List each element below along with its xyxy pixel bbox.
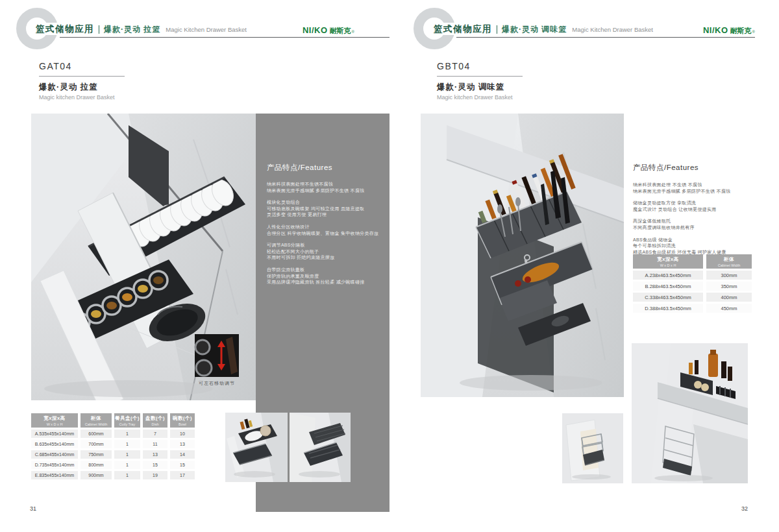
table-cell: 350mm bbox=[706, 282, 752, 291]
features-panel-right: 产品特点/Features 纳米科技表面处理 不生锈 不腐蚀 纳米表面光滑手感细… bbox=[633, 163, 763, 261]
feature-group: 高深盒体低矮瓶托 不同高度调味瓶收纳井然有序 bbox=[633, 218, 763, 230]
table-cell: 15 bbox=[170, 461, 195, 469]
feature-group: 纳米科技表面处理不生锈不腐蚀 纳米表面光滑手感细腻 多层防护不生锈 不腐蚀 bbox=[267, 181, 384, 193]
table-cell: 11 bbox=[143, 440, 167, 448]
header-subtitle-en: Magic Kitchen Drawer Basket bbox=[572, 26, 653, 33]
feature-group: 储物盒灵动提取方便 拿取清洗 魔盒式设计 灵动组合 让收纳更便捷实用 bbox=[633, 200, 763, 212]
brand-logo-cn: 耐斯克 bbox=[330, 26, 351, 36]
feature-group: 人性化分区收纳设计 合理分区 科学收纳碗碟架、置物盒 集中收纳分类存放 bbox=[267, 224, 384, 236]
table-cell: 1 bbox=[114, 429, 140, 438]
header-rule bbox=[456, 37, 755, 38]
feature-group: ABS食品级 储物盒 每个可单独拆卸清洗 精选ABS食品级材质 环保无毒 呵护家… bbox=[633, 237, 763, 256]
features-title: 产品特点/Features bbox=[633, 163, 763, 173]
page-number-left: 31 bbox=[30, 505, 36, 512]
table-cell: 750mm bbox=[80, 450, 112, 459]
spice-basket-photo bbox=[421, 114, 624, 397]
feature-group: 模块化灵动组合 可移动底板及碗碟架 均可独立使用 且随意提取 灵活多变 使用方便… bbox=[267, 199, 384, 218]
table-header: 餐具盒(个)Cutly Tray bbox=[114, 413, 140, 428]
table-cell: 1 bbox=[114, 471, 140, 479]
table-cell: 17 bbox=[170, 471, 195, 479]
table-header: 盘数(个)Dish bbox=[143, 413, 167, 428]
table-cell: 600mm bbox=[80, 429, 112, 438]
table-cell: 1 bbox=[114, 461, 140, 469]
brand-logo: NI/KO 耐斯克 ® bbox=[684, 25, 755, 36]
category-title: 篮式储物应用 bbox=[36, 23, 94, 35]
table-cell: 300mm bbox=[706, 271, 752, 280]
brand-logo-wordmark: NI/KO bbox=[703, 25, 728, 35]
header-rule bbox=[60, 37, 390, 38]
features-body: 纳米科技表面处理 不生锈 不腐蚀 纳米表面光滑手感细腻 多层防护不生锈 不腐蚀 … bbox=[633, 182, 763, 255]
feature-group: 可调节ABS分隔板 轻松匹配不同大小的瓶子 不用时可拆卸 拒绝约束随意摆放 bbox=[267, 242, 384, 261]
product-name-en: Magic kitchen Drawer Basket bbox=[437, 94, 523, 101]
features-title: 产品特点/Features bbox=[267, 163, 390, 173]
table-cell: 900mm bbox=[80, 471, 112, 479]
product-name-en: Magic kitchen Drawer Basket bbox=[39, 94, 125, 101]
drawer-basket-photo bbox=[31, 114, 256, 400]
product-photo-small-1 bbox=[225, 413, 288, 482]
catalog-spread: 篮式储物应用 爆款·灵动 拉篮 Magic Kitchen Drawer Bas… bbox=[0, 0, 779, 532]
table-cell: 450mm bbox=[706, 304, 752, 313]
table-header: 柜体Cabinet Width bbox=[706, 254, 752, 269]
feature-group: 纳米科技表面处理 不生锈 不腐蚀 纳米表面光滑手感细腻 多层防护不生锈 不腐蚀 bbox=[633, 182, 763, 194]
product-title-block-right: GBT04 爆款·灵动 调味篮 Magic kitchen Drawer Bas… bbox=[437, 61, 523, 101]
spec-table-right: 宽x深x高W x D x H 柜体Cabinet Width A.238x463… bbox=[633, 254, 752, 313]
table-cell: 700mm bbox=[80, 440, 112, 448]
table-cell: C.338x463.5x450mm bbox=[633, 293, 703, 302]
table-cell: 15 bbox=[143, 461, 167, 469]
brand-logo-cn: 耐斯克 bbox=[730, 26, 752, 36]
page-number-right: 32 bbox=[734, 505, 748, 512]
table-header: 柜体Cabinet Width bbox=[80, 413, 112, 428]
header-divider bbox=[99, 25, 99, 34]
header-subtitle-en: Magic Kitchen Drawer Basket bbox=[166, 26, 247, 33]
product-name-cn: 爆款·灵动 调味篮 bbox=[437, 82, 523, 93]
registered-mark: ® bbox=[752, 30, 755, 34]
table-cell: 7 bbox=[143, 429, 167, 438]
product-title-block-left: GAT04 爆款·灵动 拉篮 Magic kitchen Drawer Bask… bbox=[39, 61, 125, 101]
product-photo-main-left: 可左右移动调节 bbox=[31, 114, 256, 400]
adjust-inset bbox=[195, 334, 239, 377]
table-cell: D.735x455x140mm bbox=[31, 461, 78, 469]
brand-logo: NI/KO 耐斯克 ® bbox=[283, 25, 354, 36]
table-cell: 800mm bbox=[80, 461, 112, 469]
page-header-left: 篮式储物应用 爆款·灵动 拉篮 Magic Kitchen Drawer Bas… bbox=[36, 23, 247, 35]
table-cell: A.535x455x140mm bbox=[31, 429, 78, 438]
product-code: GBT04 bbox=[437, 61, 523, 71]
header-subtitle-cn: 爆款·灵动 调味篮 bbox=[502, 24, 567, 35]
table-cell: 13 bbox=[143, 450, 167, 459]
category-title: 篮式储物应用 bbox=[434, 23, 492, 35]
table-cell: E.835x455x140mm bbox=[31, 471, 78, 479]
product-name-cn: 爆款·灵动 拉篮 bbox=[39, 82, 125, 93]
product-code: GAT04 bbox=[39, 61, 125, 71]
product-photo-small-3 bbox=[562, 413, 623, 483]
table-cell: 19 bbox=[143, 471, 167, 479]
brand-logo-wordmark: NI/KO bbox=[303, 25, 328, 35]
header-subtitle-cn: 爆款·灵动 拉篮 bbox=[104, 24, 160, 35]
table-cell: 1 bbox=[114, 450, 140, 459]
photo-callout-caption: 可左右移动调节 bbox=[195, 380, 239, 387]
product-photo-small-4 bbox=[632, 343, 748, 483]
table-cell: 400mm bbox=[706, 293, 752, 302]
product-code-rule bbox=[39, 76, 125, 77]
features-body: 纳米科技表面处理不生锈不腐蚀 纳米表面光滑手感细腻 多层防护不生锈 不腐蚀 模块… bbox=[267, 181, 384, 285]
registered-mark: ® bbox=[352, 30, 354, 34]
table-cell: 10 bbox=[170, 429, 195, 438]
table-header: 碗数(个)Bowl bbox=[170, 413, 195, 428]
table-cell: B.288x463.5x450mm bbox=[633, 282, 703, 291]
table-cell: D.388x463.5x450mm bbox=[633, 304, 703, 313]
table-cell: B.635x455x140mm bbox=[31, 440, 78, 448]
feature-group: 自带防尘滑轨盖板 保护滑轨的承重及顺滑度 采用品牌缓冲隐藏滑轨 推拉轻柔 减少碗… bbox=[267, 267, 384, 285]
product-photo-small-2 bbox=[290, 413, 351, 482]
table-header: 宽x深x高W x D x H bbox=[633, 254, 703, 269]
table-cell: A.238x463.5x450mm bbox=[633, 271, 703, 280]
table-cell: 1 bbox=[114, 440, 140, 448]
table-cell: 14 bbox=[170, 450, 195, 459]
table-cell: 13 bbox=[170, 440, 195, 448]
page-header-right: 篮式储物应用 爆款·灵动 调味篮 Magic Kitchen Drawer Ba… bbox=[434, 23, 653, 35]
product-code-rule bbox=[437, 76, 523, 77]
header-divider bbox=[497, 25, 497, 34]
product-photo-main-right bbox=[421, 114, 624, 397]
table-cell: C.685x455x140mm bbox=[31, 450, 78, 459]
table-header: 宽x深x高W x D x H bbox=[31, 413, 78, 428]
spec-table-left: 宽x深x高W x D x H 柜体Cabinet Width 餐具盒(个)Cut… bbox=[31, 413, 195, 479]
